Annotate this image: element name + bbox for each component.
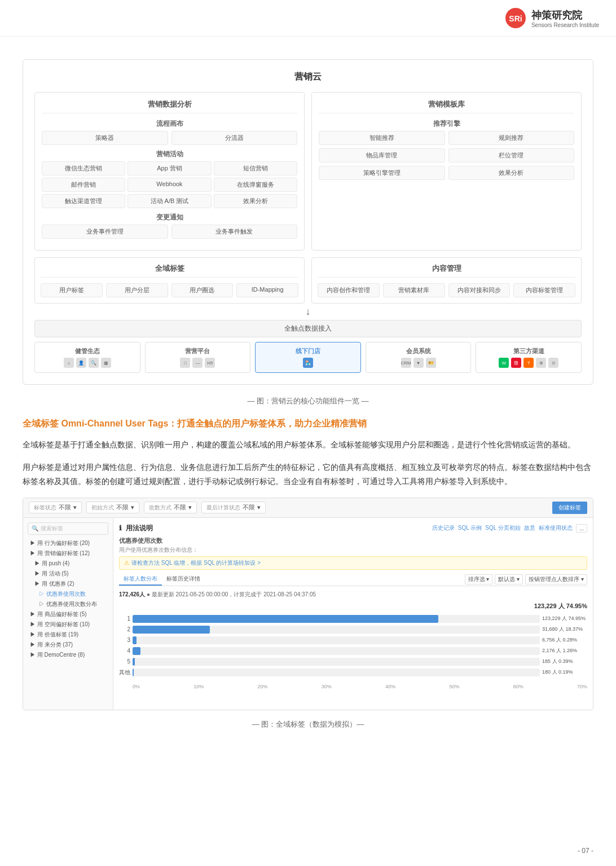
sort-controls: 排序选 ▾ 默认选 ▾ 按锅管理点人数排序 ▾: [465, 573, 587, 586]
chart-value-5: 180 人 0.19%: [542, 669, 587, 676]
tab-history[interactable]: 标签历史详情: [162, 573, 205, 586]
sys-title-1: 健管生态: [75, 347, 100, 355]
sidebar-item-7[interactable]: ▶ 用 商品偏好标签 (5): [28, 609, 108, 619]
op-tracking[interactable]: 标准使用状态: [539, 524, 573, 532]
sidebar-item-3[interactable]: ▶ 用 活动 (5): [28, 569, 108, 579]
chart-row-1: 231,680 人 18.37%: [119, 626, 587, 634]
sys-title-3: 线下门店: [296, 347, 320, 355]
sidebar-item-0[interactable]: ▶ 用 行为偏好标签 (20): [28, 538, 108, 548]
marketing-template-section: 营销模板库 推荐引擎 智能推荐 规则推荐 物品库管理 栏位管理 策略引擎管理 效…: [311, 92, 582, 250]
op-intent[interactable]: 故意: [524, 524, 535, 532]
tag-subtitle: 优惠券使用次数: [119, 537, 587, 545]
op-sql-example[interactable]: SQL 示例: [458, 524, 482, 532]
ma-item-0: 微信生态营销: [42, 161, 125, 175]
x-axis-label: 20%: [258, 684, 268, 689]
rec-item-1: 规则推荐: [448, 131, 575, 145]
sys-icons-5: W 微 T ⊕ ⊙: [499, 358, 558, 368]
sidebar-item-6[interactable]: ▷ 优惠券使用次数分布: [28, 599, 108, 609]
info-icon: ℹ: [119, 524, 122, 532]
caption2: — 图：全域标签（数据为模拟）—: [23, 719, 593, 729]
change-subtitle: 变更通知: [42, 213, 297, 222]
recommend-grid: 智能推荐 规则推荐 物品库管理 栏位管理 策略引擎管理 效果分析: [319, 131, 574, 180]
sidebar-item-4[interactable]: ▶ 用 优惠券 (2): [28, 579, 108, 589]
chart-value-3: 2,176 人 1.26%: [542, 647, 587, 654]
flow-item-1: 分流器: [171, 131, 298, 145]
diagram-top-row: 营销数据分析 流程画布 策略器 分流器 营销活动 微信生态营销 App 营销 短…: [34, 92, 582, 250]
sidebar-item-8[interactable]: ▶ 用 空间偏好标签 (10): [28, 619, 108, 630]
sidebar-item-2[interactable]: ▶ 用 push (4): [28, 559, 108, 569]
flow-item-0: 策略器: [42, 131, 168, 145]
marketing-grid: 微信生态营销 App 营销 短信营销 邮件营销 Webhook 在线弹窗服务 触…: [42, 161, 297, 208]
ma-item-4: Webhook: [127, 178, 211, 192]
sort-dropdown[interactable]: 排序选 ▾: [465, 574, 493, 584]
chart-bar-0: [133, 615, 438, 623]
filter-batch-value: 不限: [174, 503, 186, 512]
stats-date: 最新更新 2021-08-25 00:00:00，计算完成于 2021-08-2…: [152, 591, 316, 597]
ma-item-7: 活动 A/B 测试: [127, 194, 211, 208]
x-axis-label: 30%: [322, 684, 332, 689]
logo-cn: 神策研究院: [531, 8, 582, 22]
system-block-3: 线下门店 🏪: [255, 342, 361, 373]
chart-label-4: 5: [119, 658, 130, 665]
filter-batch-method[interactable]: 批数方式 不限 ▾: [144, 502, 197, 513]
notice-text[interactable]: 请检查方法 SQL 临增，根据 SQL 的计算场转加设 >: [131, 559, 261, 567]
marketing-act-subtitle: 营销活动: [42, 150, 297, 159]
body-text-1: 全域标签是基于打通全触点数据、识别唯一用户，构建的覆盖公域私域的用户标签体系。全…: [23, 438, 593, 452]
sidebar-item-9[interactable]: ▶ 用 价值标签 (19): [28, 630, 108, 640]
chart-value-1: 31,680 人 18.37%: [542, 626, 587, 633]
ma-item-6: 触达渠道管理: [42, 194, 125, 208]
icon-grid: ▦: [101, 358, 111, 368]
icon-search: 🔍: [89, 358, 99, 368]
sidebar-item-1[interactable]: ▶ 用 营销偏好标签 (12): [28, 548, 108, 559]
create-tag-button[interactable]: 创建标签: [552, 502, 587, 514]
filter-tag-status[interactable]: 标签状态 不限 ▾: [29, 502, 82, 513]
op-sql-page[interactable]: SQL 分页初始: [485, 524, 520, 532]
tag-sidebar: 🔍 搜索标签 ▶ 用 行为偏好标签 (20) ▶ 用 营销偏好标签 (12) ▶…: [23, 518, 113, 710]
global-tag-section: 全域标签 用户标签 用户分层 用户圈选 ID-Mapping: [34, 257, 305, 304]
icon-store: 🏪: [303, 358, 313, 368]
chart-bar-3: [133, 647, 140, 655]
filter-init-method[interactable]: 初始方式 不限 ▾: [86, 502, 139, 513]
ma-item-1: App 营销: [127, 161, 211, 175]
op-history[interactable]: 历史记录: [432, 524, 455, 532]
chart-bar-container-0: [133, 615, 540, 623]
right-section-title: 营销模板库: [319, 99, 574, 113]
tag-main: 🔍 搜索标签 ▶ 用 行为偏好标签 (20) ▶ 用 营销偏好标签 (12) ▶…: [23, 518, 593, 710]
search-box[interactable]: 🔍 搜索标签: [28, 522, 108, 535]
icon-heart: ♥: [413, 358, 424, 368]
tag-desc-text: 用户使用优惠券次数分布信息：: [119, 547, 198, 553]
page-number: - 07 -: [578, 847, 593, 855]
sidebar-item-10[interactable]: ▶ 用 来分类 (37): [28, 640, 108, 650]
tab-distribution[interactable]: 标签人数分布: [119, 573, 162, 586]
system-block-4: 会员系统 CRM ♥ 🎫: [366, 342, 472, 373]
filter-tag-status-value: 不限: [59, 503, 71, 512]
cm-item-1: 营销素材库: [383, 283, 445, 297]
sys-icons-2: □ — H5: [180, 358, 215, 368]
system-block-5: 第三方渠道 W 微 T ⊕ ⊙: [476, 342, 582, 373]
tag-usage-text: 用法说明: [126, 524, 153, 532]
page-dropdown[interactable]: 默认选 ▾: [495, 574, 523, 584]
chart-label-3: 4: [119, 648, 130, 654]
filter-batch-label: 批数方式: [149, 504, 171, 512]
logo-area: SRi 神策研究院 Sensors Research Institute: [504, 7, 599, 29]
flow-grid: 策略器 分流器: [42, 131, 297, 145]
filter-auto-calc[interactable]: 最后计算状态 不限 ▾: [201, 502, 266, 513]
chart-label-5: 其他: [119, 669, 130, 676]
chart-value-0: 123,229 人 74.95%: [542, 615, 587, 622]
chart-label-2: 3: [119, 637, 130, 643]
sri-logo-icon: SRi: [504, 7, 527, 29]
icon-other: ⊕: [536, 358, 546, 368]
global-tag-title: 全域标签: [41, 263, 298, 278]
sys-title-2: 营营平台: [185, 347, 210, 355]
section-heading: 全域标签 Omni-Channel User Tags：打通全触点的用户标签体系…: [23, 417, 593, 430]
sidebar-item-5[interactable]: ▷ 优惠券使用次数: [28, 589, 108, 599]
flow-subtitle: 流程画布: [42, 119, 297, 129]
chevron-down-icon4: ▾: [257, 504, 261, 511]
tracking-dropdown[interactable]: 按锅管理点人数排序 ▾: [525, 574, 587, 584]
icon-home: ⌂: [64, 358, 74, 368]
sidebar-item-11[interactable]: ▶ 用 DemoCentre (8): [28, 650, 108, 660]
chart-bar-4: [133, 658, 135, 666]
system-icons-row: 健管生态 ⌂ 👤 🔍 ▦ 营营平台 □ — H5 线下门店: [34, 342, 582, 373]
ma-item-2: 短信营销: [214, 161, 297, 175]
more-ops-button[interactable]: ...: [576, 524, 587, 533]
